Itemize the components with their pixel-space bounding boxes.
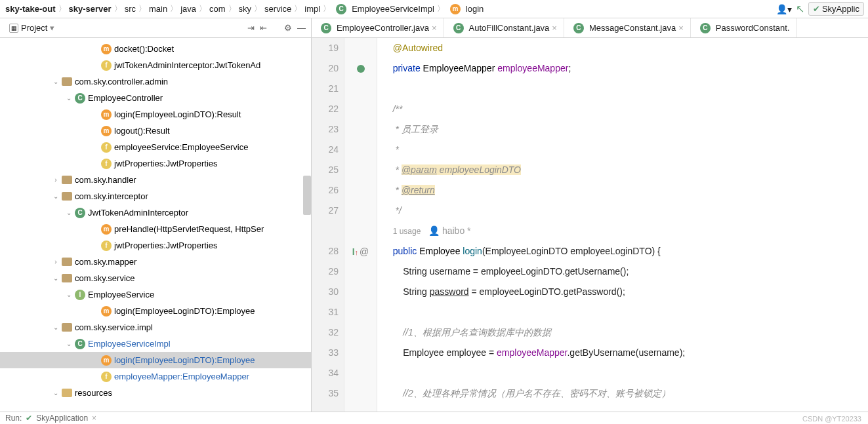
tree-label: com.sky.service: [75, 273, 135, 283]
line-number[interactable]: 34: [312, 363, 339, 383]
line-number[interactable]: 23: [312, 119, 339, 140]
tab-employee-controller[interactable]: CEmployeeController.java×: [312, 18, 444, 37]
editor-tabs: CEmployeeController.java× CAutoFillConst…: [312, 18, 797, 37]
tree-item[interactable]: mlogin(EmployeeLoginDTO):Employee: [0, 352, 311, 368]
tree-item[interactable]: mdocket():Docket: [0, 41, 311, 57]
user-icon[interactable]: 👤▾: [776, 4, 792, 14]
tree-arrow-icon[interactable]: ›: [52, 176, 59, 183]
line-number[interactable]: 32: [312, 322, 339, 343]
tree-arrow-icon[interactable]: ⌄: [66, 340, 72, 347]
project-view-select[interactable]: ▦ Project ▾: [0, 18, 102, 37]
code-area[interactable]: @Autowired private EmployeeMapper employ…: [377, 38, 868, 412]
line-number[interactable]: 24: [312, 140, 339, 160]
tree-item[interactable]: fjwtProperties:JwtProperties: [0, 237, 311, 254]
line-number[interactable]: 33: [312, 343, 339, 363]
line-number[interactable]: 26: [312, 180, 339, 201]
line-number[interactable]: 19: [312, 38, 339, 58]
crumb[interactable]: sky-take-out: [5, 4, 56, 14]
folder-icon: [62, 274, 72, 282]
breadcrumb-separator: 〉: [294, 3, 302, 14]
line-number[interactable]: 25: [312, 160, 339, 180]
close-icon[interactable]: ×: [678, 23, 684, 33]
close-icon[interactable]: ×: [432, 23, 437, 33]
tree-item[interactable]: mlogin(EmployeeLoginDTO):Result: [0, 106, 311, 123]
tree-item[interactable]: ⌄resources: [0, 385, 311, 401]
tree-item[interactable]: ⌄com.sky.controller.admin: [0, 73, 311, 90]
run-app-name[interactable]: SkyApplication: [36, 414, 88, 423]
tree-label: employeeMapper:EmployeeMapper: [114, 372, 249, 381]
line-number[interactable]: 27: [312, 201, 339, 221]
run-app-icon[interactable]: ✔: [26, 414, 32, 423]
tab-password-constant[interactable]: CPasswordConstant.: [691, 18, 797, 37]
tree-arrow-icon[interactable]: ⌄: [52, 389, 59, 396]
line-number[interactable]: 30: [312, 282, 339, 302]
crumb[interactable]: impl: [304, 4, 320, 14]
breadcrumbs: sky-take-out〉 sky-server〉 src〉 main〉 jav…: [0, 3, 776, 14]
line-number[interactable]: [312, 221, 339, 241]
close-icon[interactable]: ×: [552, 23, 557, 33]
crumb[interactable]: service: [264, 4, 291, 14]
usage-hint[interactable]: 1 usage: [393, 227, 421, 236]
tree-item[interactable]: ›com.sky.handler: [0, 172, 311, 188]
author-hint[interactable]: 👤 haibo *: [428, 225, 470, 236]
tree-label: com.sky.interceptor: [75, 191, 148, 201]
tree-arrow-icon[interactable]: ⌄: [52, 193, 59, 200]
crumb[interactable]: src: [125, 4, 136, 14]
tree-item[interactable]: ⌄IEmployeeService: [0, 286, 311, 303]
line-number[interactable]: 21: [312, 79, 339, 99]
tree-item[interactable]: fjwtProperties:JwtProperties: [0, 155, 311, 172]
run-label[interactable]: Run:: [5, 414, 22, 423]
tree-item[interactable]: ⌄CEmployeeController: [0, 90, 311, 106]
line-number[interactable]: 35: [312, 383, 339, 404]
tree-item[interactable]: mlogin(EmployeeLoginDTO):Employee: [0, 303, 311, 319]
line-number[interactable]: 20: [312, 58, 339, 79]
tree-arrow-icon[interactable]: ⌄: [52, 324, 59, 331]
f-icon: f: [101, 60, 112, 71]
line-number[interactable]: 22: [312, 99, 339, 119]
crumb[interactable]: sky: [239, 4, 252, 14]
tree-item[interactable]: ⌄com.sky.interceptor: [0, 188, 311, 204]
tree-item[interactable]: fjwtTokenAdminInterceptor:JwtTokenAd: [0, 57, 311, 73]
tree-item[interactable]: ⌄CJwtTokenAdminInterceptor: [0, 204, 311, 221]
tree-item[interactable]: femployeeMapper:EmployeeMapper: [0, 368, 311, 385]
bean-icon[interactable]: [357, 65, 365, 73]
tree-arrow-icon[interactable]: ⌄: [66, 209, 72, 216]
line-number[interactable]: 31: [312, 302, 339, 322]
crumb[interactable]: sky-server: [69, 4, 112, 14]
folder-icon: [62, 77, 72, 86]
line-number[interactable]: 28: [312, 241, 339, 261]
tree-item[interactable]: femployeeService:EmployeeService: [0, 139, 311, 155]
tree-arrow-icon[interactable]: ⌄: [66, 291, 72, 298]
tab-autofill-constant[interactable]: CAutoFillConstant.java×: [444, 18, 564, 37]
m-icon: m: [101, 224, 112, 235]
run-config-select[interactable]: ✔SkyApplic: [808, 2, 864, 16]
tree-item[interactable]: mlogout():Result: [0, 123, 311, 139]
code-editor[interactable]: 1920212223242526272829303132333435 I↑ @ …: [312, 38, 868, 412]
override-icon[interactable]: I↑: [352, 246, 358, 257]
tree-arrow-icon[interactable]: ›: [52, 258, 59, 265]
tree-arrow-icon[interactable]: ⌄: [52, 78, 59, 85]
crumb[interactable]: CEmployeeServiceImpl: [333, 4, 434, 14]
close-icon[interactable]: ×: [92, 414, 96, 423]
hide-icon[interactable]: —: [297, 23, 306, 33]
collapse-icon[interactable]: ⇥: [247, 23, 255, 33]
folder-icon: [62, 389, 72, 397]
tab-message-constant[interactable]: CMessageConstant.java×: [564, 18, 691, 37]
tree-item[interactable]: mpreHandle(HttpServletRequest, HttpSer: [0, 221, 311, 237]
crumb[interactable]: com: [209, 4, 226, 14]
scrollbar-thumb[interactable]: [303, 176, 311, 215]
gear-icon[interactable]: ⚙: [284, 23, 292, 33]
crumb[interactable]: java: [180, 4, 196, 14]
tree-arrow-icon[interactable]: ⌄: [66, 94, 72, 102]
tree-item[interactable]: ⌄CEmployeeServiceImpl: [0, 336, 311, 352]
expand-icon[interactable]: ⇤: [260, 23, 267, 33]
tree-item[interactable]: ›com.sky.mapper: [0, 254, 311, 270]
tree-item[interactable]: ⌄com.sky.service: [0, 270, 311, 286]
breadcrumb-separator: 〉: [437, 3, 445, 14]
crumb[interactable]: main: [149, 4, 167, 14]
tree-item[interactable]: ⌄com.sky.service.impl: [0, 319, 311, 336]
line-number[interactable]: 29: [312, 261, 339, 282]
crumb[interactable]: mlogin: [447, 4, 484, 14]
back-arrow-icon[interactable]: ↖: [796, 3, 804, 15]
tree-arrow-icon[interactable]: ⌄: [52, 275, 59, 282]
